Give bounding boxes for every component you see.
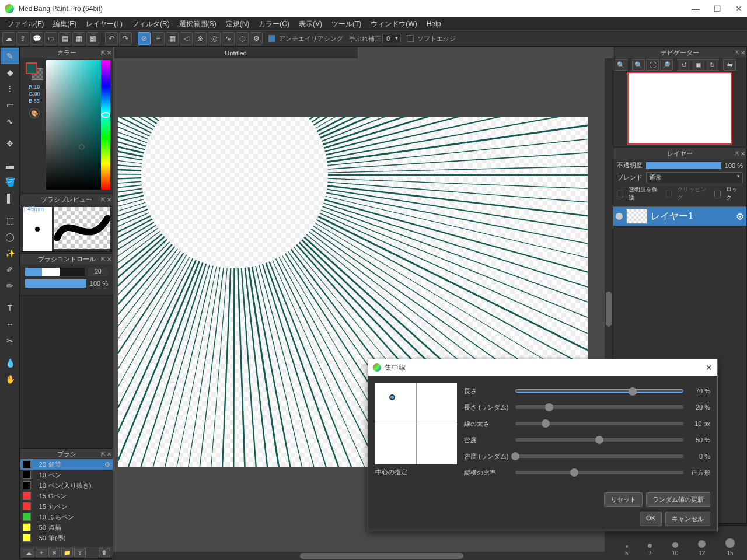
panel-detach-icon[interactable]: ⇱ (735, 150, 739, 157)
select-pen-tool-icon[interactable]: ✐ (1, 261, 19, 278)
panel-close-icon[interactable]: ✕ (107, 197, 111, 203)
nav-zoom-in-icon[interactable]: 🔍 (615, 59, 627, 71)
snap-off-icon[interactable]: ⊘ (138, 32, 151, 45)
eraser-tool-icon[interactable]: ◆ (1, 64, 19, 80)
param-slider[interactable] (515, 438, 683, 442)
brush-list-item[interactable]: 50筆(墨) (20, 533, 113, 543)
panel-detach-icon[interactable]: ⇱ (101, 197, 106, 203)
brush-dup-icon[interactable]: ⎘ (48, 548, 60, 557)
redo-button[interactable]: ↷ (119, 32, 132, 45)
brush-delete-icon[interactable]: 🗑 (99, 548, 110, 557)
snap-curve-icon[interactable]: ∿ (222, 32, 235, 45)
snap-settings-icon[interactable]: ⚙ (250, 32, 263, 45)
panel-close-icon[interactable]: ✕ (741, 150, 745, 157)
select-rect-tool-icon[interactable]: ⬚ (1, 212, 19, 229)
horizontal-scrollbar[interactable] (113, 552, 613, 560)
navigator-view[interactable] (627, 72, 732, 145)
brush-size-preset[interactable]: 12 (698, 540, 706, 556)
select-erase-tool-icon[interactable]: ✏ (1, 278, 19, 294)
layer-item[interactable]: レイヤー1⚙ (613, 207, 746, 226)
protect-checkbox[interactable] (617, 191, 623, 197)
menu-item[interactable]: レイヤー(L) (81, 18, 127, 30)
snap-circle-icon[interactable]: ◎ (208, 32, 221, 45)
eyedropper-tool-icon[interactable]: 💧 (1, 355, 19, 371)
brush-list-item[interactable]: 20鉛筆⚙ (20, 459, 113, 470)
menu-item[interactable]: Help (422, 19, 446, 29)
menu-item[interactable]: 選択範囲(S) (174, 18, 221, 30)
shape-tool-icon[interactable]: ▭ (1, 97, 19, 113)
panel-close-icon[interactable]: ✕ (741, 50, 745, 56)
brush-add-icon[interactable]: ＋ (36, 548, 47, 557)
visibility-icon[interactable] (616, 213, 623, 220)
panels-icon[interactable]: ▦ (72, 32, 85, 45)
param-slider[interactable] (515, 422, 683, 425)
menu-item[interactable]: 表示(V) (294, 18, 327, 30)
snap-vanish-icon[interactable]: ◁ (180, 32, 193, 45)
brush-size-value[interactable]: 20 (88, 268, 108, 276)
brush-list-item[interactable]: 50点描 (20, 522, 113, 533)
param-slider[interactable] (515, 471, 683, 474)
brush-cloud-icon[interactable]: ☁ (23, 548, 34, 557)
doc-icon[interactable]: ▤ (58, 32, 71, 45)
panel-detach-icon[interactable]: ⇱ (101, 256, 106, 262)
lock-checkbox[interactable] (714, 191, 721, 197)
panel-detach-icon[interactable]: ⇱ (735, 50, 739, 56)
nav-rotate-r-icon[interactable]: ↻ (706, 59, 718, 71)
text-tool-icon[interactable]: T (1, 300, 19, 316)
brush-size-preset[interactable]: 7 (648, 544, 652, 556)
panel-detach-icon[interactable]: ⇱ (101, 451, 106, 457)
panel-detach-icon[interactable]: ⇱ (101, 50, 106, 56)
brush-size-preset[interactable]: 5 (625, 545, 629, 556)
snap-ellipse-icon[interactable]: ◌ (236, 32, 249, 45)
hand-tool-icon[interactable]: ✋ (1, 371, 19, 387)
menu-item[interactable]: 定規(N) (221, 18, 254, 30)
brush-folder-icon[interactable]: 📁 (61, 548, 73, 557)
chat-icon[interactable]: ▭ (44, 32, 57, 45)
nav-rotate-l-icon[interactable]: ↺ (678, 59, 690, 71)
brush-tool-icon[interactable]: ✎ (1, 48, 19, 64)
grid-icon[interactable]: ▩ (86, 32, 99, 45)
dot-tool-icon[interactable]: ⋮ (1, 80, 19, 97)
fg-bg-swatch[interactable] (26, 62, 43, 80)
brush-opacity-slider[interactable] (25, 279, 86, 288)
nav-zoom-icon[interactable]: 🔍 (632, 59, 645, 71)
brush-list-item[interactable]: 10ペン(入り抜き) (20, 480, 113, 491)
gear-icon[interactable]: ⚙ (104, 461, 110, 468)
divide-tool-icon[interactable]: ✂ (1, 332, 19, 349)
open-icon[interactable]: ⇪ (16, 32, 29, 45)
fill-rect-tool-icon[interactable]: ▬ (1, 158, 19, 174)
nav-zoom-out-icon[interactable]: 🔎 (660, 59, 673, 71)
softedge-checkbox[interactable] (407, 35, 414, 42)
panel-close-icon[interactable]: ✕ (107, 50, 111, 56)
brush-size-slider[interactable] (25, 268, 85, 276)
gradient-tool-icon[interactable]: ▌ (1, 190, 19, 206)
brush-size-preset[interactable]: 10 (672, 542, 678, 556)
brush-list-item[interactable]: 15丸ペン (20, 501, 113, 512)
curve-tool-icon[interactable]: ∿ (1, 113, 19, 130)
panel-close-icon[interactable]: ✕ (107, 256, 111, 262)
color-picker[interactable] (46, 60, 101, 190)
cloud-icon[interactable]: ☁ (2, 32, 15, 45)
comment-icon[interactable]: 💬 (30, 32, 43, 45)
shake-dropdown[interactable]: 0 (382, 34, 401, 43)
snap-radial-icon[interactable]: ※ (194, 32, 207, 45)
reset-button[interactable]: リセット (604, 492, 643, 507)
menu-item[interactable]: ファイル(F) (2, 18, 48, 30)
menu-item[interactable]: フィルタ(R) (127, 18, 174, 30)
param-slider[interactable] (515, 389, 683, 393)
param-slider[interactable] (515, 454, 683, 458)
bucket-tool-icon[interactable]: 🪣 (1, 174, 19, 190)
panel-close-icon[interactable]: ✕ (107, 451, 111, 457)
nav-reset-icon[interactable]: ▣ (692, 59, 704, 71)
maximize-button[interactable]: ☐ (714, 4, 721, 13)
menu-item[interactable]: 編集(E) (48, 18, 81, 30)
move-tool-icon[interactable]: ✥ (1, 135, 19, 152)
lasso-tool-icon[interactable]: ◯ (1, 229, 19, 245)
palette-icon[interactable]: 🎨 (29, 108, 40, 118)
random-button[interactable]: ランダム値の更新 (646, 492, 710, 507)
brush-list-item[interactable]: 10ペン (20, 470, 113, 480)
menu-item[interactable]: ツール(T) (327, 18, 366, 30)
center-picker[interactable] (375, 383, 457, 464)
operate-tool-icon[interactable]: ↔ (1, 316, 19, 332)
cancel-button[interactable]: キャンセル (665, 512, 710, 526)
